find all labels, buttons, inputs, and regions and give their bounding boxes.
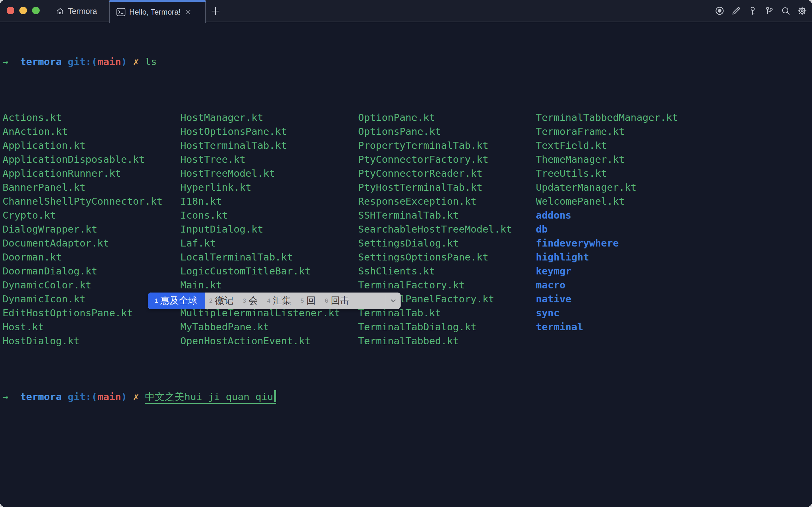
- dir-item: findeverywhere: [536, 236, 714, 250]
- file-item: MyTabbedPane.kt: [180, 320, 358, 334]
- edit-button[interactable]: [732, 6, 741, 15]
- active-tab-indicator: [109, 0, 206, 2]
- ime-candidate-4[interactable]: 4汇集: [263, 292, 296, 309]
- file-item: WelcomePanel.kt: [536, 194, 714, 208]
- prompt-git-close: ): [121, 56, 127, 67]
- key-manager-button[interactable]: [748, 6, 757, 15]
- prompt-branch: main: [98, 391, 121, 402]
- listing-row: Application.ktHostTerminalTab.ktProperty…: [3, 138, 812, 152]
- dir-item: native: [536, 292, 714, 306]
- listing-row: HostDialog.ktOpenHostActionEvent.ktTermi…: [3, 334, 812, 348]
- file-item: DynamicColor.kt: [3, 278, 180, 292]
- listing-row: ApplicationDisposable.ktHostTree.ktPtyCo…: [3, 152, 812, 166]
- terminal[interactable]: →termoragit:(main)✗ls Actions.ktHostMana…: [0, 22, 812, 507]
- file-item: HostTerminalTab.kt: [180, 138, 358, 152]
- listing-row: DialogWrapper.ktInputDialog.ktSearchable…: [3, 222, 812, 236]
- listing-row: ChannelShellPtyConnector.ktI18n.ktRespon…: [3, 194, 812, 208]
- tab-hello-termora[interactable]: Hello, Termora!: [109, 0, 206, 23]
- listing-row: BannerPanel.ktHyperlink.ktPtyHostTermina…: [3, 180, 812, 194]
- file-item: HostManager.kt: [180, 110, 358, 124]
- prompt-cwd: termora: [20, 391, 62, 402]
- file-item: ApplicationDisposable.kt: [3, 152, 180, 166]
- dir-item: keymgr: [536, 264, 714, 278]
- search-button[interactable]: [781, 6, 791, 15]
- file-item: ResponseException.kt: [358, 194, 536, 208]
- file-item: ApplicationRunner.kt: [3, 166, 180, 180]
- branch-button[interactable]: [764, 6, 774, 15]
- zoom-window-button[interactable]: [32, 7, 40, 14]
- toolbar: [715, 6, 807, 15]
- ime-composition-text: 中文之美hui ji quan qiu: [145, 391, 276, 404]
- plus-icon: [210, 6, 221, 16]
- file-item: Actions.kt: [3, 110, 180, 124]
- ime-candidate-3[interactable]: 3会: [239, 292, 263, 309]
- ime-candidate-6[interactable]: 6回击: [321, 292, 354, 309]
- close-tab-icon[interactable]: [184, 8, 192, 16]
- listing-row: AnAction.ktHostOptionsPane.ktOptionsPane…: [3, 124, 812, 138]
- listing-row: Crypto.ktIcons.ktSSHTerminalTab.ktaddons: [3, 208, 812, 222]
- new-tab-button[interactable]: [207, 1, 224, 21]
- file-item: DialogWrapper.kt: [3, 222, 180, 236]
- ime-candidate-bar: 1惠及全球2徽记3会4汇集5回6回击: [148, 292, 400, 309]
- ime-candidate-5[interactable]: 5回: [296, 292, 321, 309]
- dir-item: addons: [536, 208, 714, 222]
- app-title: Termora: [68, 7, 97, 16]
- file-item: HostTreeModel.kt: [180, 166, 358, 180]
- file-item: HostOptionsPane.kt: [180, 124, 358, 138]
- file-grid: Actions.ktHostManager.ktOptionPane.ktTer…: [3, 110, 812, 348]
- close-window-button[interactable]: [7, 7, 14, 14]
- composition-string: 中文之美hui ji quan qiu: [145, 391, 273, 402]
- file-item: TerminalTabDialog.kt: [358, 320, 536, 334]
- ime-candidates: 1惠及全球2徽记3会4汇集5回6回击: [148, 292, 386, 309]
- settings-button[interactable]: [797, 6, 807, 15]
- listing-row: ApplicationRunner.ktHostTreeModel.ktPtyC…: [3, 166, 812, 180]
- ime-expand-button[interactable]: [386, 292, 400, 309]
- home-icon: [56, 7, 64, 15]
- file-item: Hyperlink.kt: [180, 180, 358, 194]
- listing-row: DoormanDialog.ktLogicCustomTitleBar.ktSs…: [3, 264, 812, 278]
- file-item: LocalTerminalTab.kt: [180, 250, 358, 264]
- prompt-branch: main: [98, 56, 121, 67]
- candidate-text: 徽记: [215, 294, 234, 307]
- edit-icon: [732, 6, 741, 15]
- candidate-text: 汇集: [273, 294, 291, 307]
- file-item: Laf.kt: [180, 236, 358, 250]
- terminal-tab-icon: [116, 8, 126, 16]
- file-item: TerminalTabbedManager.kt: [536, 110, 714, 124]
- candidate-text: 回击: [331, 294, 349, 307]
- candidate-index: 1: [155, 297, 158, 304]
- key-icon: [748, 6, 757, 15]
- tab-title: Hello, Termora!: [129, 8, 181, 16]
- titlebar: Termora Hello, Termora!: [0, 0, 812, 22]
- file-item: Crypto.kt: [3, 208, 180, 222]
- record-button[interactable]: [715, 6, 724, 15]
- file-item: DoormanDialog.kt: [3, 264, 180, 278]
- file-item: SSHTerminalTab.kt: [358, 208, 536, 222]
- file-item: OptionPane.kt: [358, 110, 536, 124]
- candidate-index: 2: [209, 297, 213, 304]
- file-item: Main.kt: [180, 278, 358, 292]
- candidate-index: 4: [267, 297, 270, 304]
- window-controls: [7, 7, 40, 14]
- file-item: InputDialog.kt: [180, 222, 358, 236]
- listing-row: DocumentAdaptor.ktLaf.ktSettingsDialog.k…: [3, 236, 812, 250]
- listing-row: DynamicColor.ktMain.ktTerminalFactory.kt…: [3, 278, 812, 292]
- minimize-window-button[interactable]: [19, 7, 27, 14]
- candidate-text: 惠及全球: [161, 294, 198, 307]
- prompt-dirty-flag: ✗: [133, 391, 139, 402]
- file-item: PropertyTerminalTab.kt: [358, 138, 536, 152]
- empty-cell: [536, 334, 714, 348]
- ime-candidate-2[interactable]: 2徽记: [205, 292, 239, 309]
- file-item: HostTree.kt: [180, 152, 358, 166]
- file-item: I18n.kt: [180, 194, 358, 208]
- home-button[interactable]: Termora: [56, 0, 97, 22]
- prompt-git-open: git:(: [68, 56, 97, 67]
- app-window: Termora Hello, Termora!: [0, 0, 812, 507]
- file-item: HostDialog.kt: [3, 334, 180, 348]
- ime-candidate-1[interactable]: 1惠及全球: [148, 292, 205, 309]
- prompt-arrow: →: [3, 56, 9, 67]
- file-item: UpdaterManager.kt: [536, 180, 714, 194]
- file-item: BannerPanel.kt: [3, 180, 180, 194]
- prompt-arrow: →: [3, 391, 9, 402]
- file-item: SettingsDialog.kt: [358, 236, 536, 250]
